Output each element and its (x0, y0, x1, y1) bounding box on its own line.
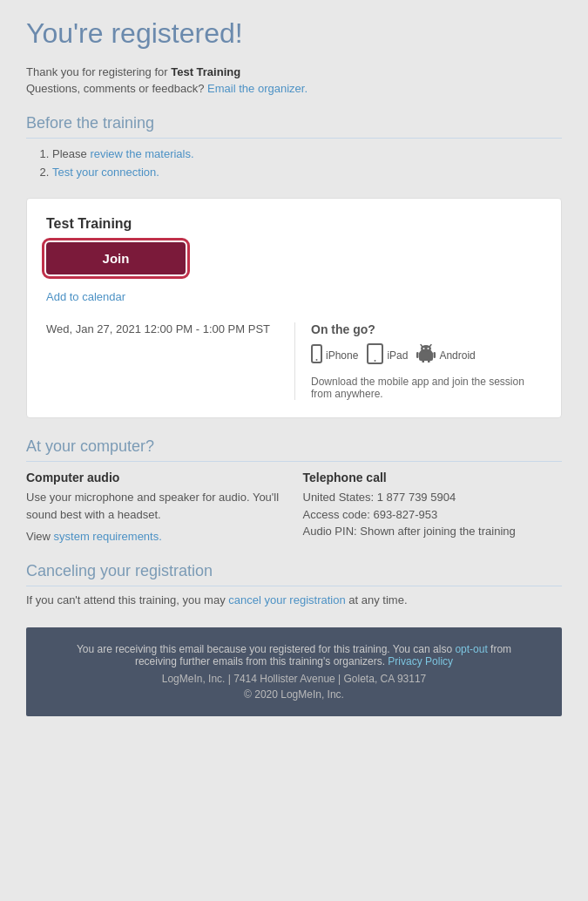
training-card-title: Test Training (46, 216, 542, 232)
iphone-label: iPhone (326, 349, 358, 362)
footer: You are receiving this email because you… (26, 627, 562, 716)
svg-rect-11 (416, 352, 419, 358)
on-the-go-description: Download the mobile app and join the ses… (311, 376, 542, 400)
test-connection-link[interactable]: Test your connection. (52, 166, 159, 179)
android-icon (416, 343, 436, 367)
system-requirements-link[interactable]: system requirements. (54, 530, 162, 543)
cancel-prefix: If you can't attend this training, you m… (26, 593, 228, 606)
page-title: You're registered! (26, 17, 562, 50)
on-the-go-panel: On the go? iPhone (294, 322, 542, 400)
computer-audio-title: Computer audio (26, 471, 286, 484)
review-materials-link[interactable]: review the materials. (90, 147, 193, 160)
telephone-line3: Audio PIN: Shown after joining the train… (303, 523, 563, 540)
svg-point-3 (375, 360, 376, 362)
join-btn-wrapper: Join (46, 242, 542, 274)
computer-audio-text: Use your microphone and speaker for audi… (26, 489, 286, 523)
svg-point-9 (423, 348, 425, 349)
list-item: Please review the materials. (52, 147, 562, 160)
svg-point-8 (421, 345, 431, 352)
intro-line1: Thank you for registering for Test Train… (26, 65, 562, 78)
telephone-line1: United States: 1 877 739 5904 (303, 489, 563, 506)
system-req-prefix: View (26, 530, 54, 543)
training-name: Test Training (171, 65, 240, 78)
before-training-heading: Before the training (26, 114, 562, 139)
android-label: Android (439, 349, 475, 362)
privacy-policy-link[interactable]: Privacy Policy (388, 655, 453, 667)
email-organizer-link[interactable]: Email the organizer. (207, 82, 308, 95)
svg-rect-14 (428, 360, 430, 362)
join-button[interactable]: Join (46, 242, 186, 274)
svg-rect-5 (419, 352, 433, 361)
svg-rect-13 (422, 360, 425, 362)
computer-section-heading: At your computer? (26, 437, 562, 462)
opt-out-link[interactable]: opt-out (455, 643, 487, 655)
training-details-row: Wed, Jan 27, 2021 12:00 PM - 1:00 PM PST… (46, 322, 542, 400)
add-to-calendar-link[interactable]: Add to calendar (46, 290, 125, 303)
footer-line2: receiving further emails from this train… (52, 655, 536, 667)
telephone-col: Telephone call United States: 1 877 739 … (303, 471, 563, 543)
cancel-suffix: at any time. (346, 593, 408, 606)
svg-rect-12 (434, 352, 436, 358)
mobile-icons-row: iPhone iPad (311, 343, 542, 367)
iphone-device: iPhone (311, 344, 358, 366)
cancel-registration-link[interactable]: cancel your registration (228, 593, 345, 606)
intro-line2: Questions, comments or feedback? Email t… (26, 82, 562, 95)
svg-point-1 (316, 359, 318, 361)
training-datetime: Wed, Jan 27, 2021 12:00 PM - 1:00 PM PST (46, 322, 277, 400)
footer-line2-text: receiving further emails from this train… (135, 655, 385, 667)
computer-row: Computer audio Use your microphone and s… (26, 471, 562, 543)
footer-line1: You are receiving this email because you… (52, 643, 536, 655)
computer-audio-col: Computer audio Use your microphone and s… (26, 471, 286, 543)
on-the-go-title: On the go? (311, 322, 542, 336)
android-device: Android (416, 343, 475, 367)
footer-address: LogMeIn, Inc. | 7414 Hollister Avenue | … (52, 673, 536, 685)
telephone-title: Telephone call (303, 471, 563, 484)
footer-copyright: © 2020 LogMeIn, Inc. (52, 688, 536, 701)
list-item-prefix: Please (52, 147, 90, 160)
cancel-heading: Canceling your registration (26, 562, 562, 586)
cancel-section: Canceling your registration If you can't… (26, 562, 562, 606)
page-wrapper: You're registered! Thank you for registe… (0, 0, 588, 734)
cancel-text: If you can't attend this training, you m… (26, 593, 562, 606)
feedback-prefix: Questions, comments or feedback? (26, 82, 207, 95)
footer-prefix: You are receiving this email because you… (77, 643, 455, 655)
system-req-text: View system requirements. (26, 530, 286, 543)
ipad-label: iPad (387, 349, 408, 362)
before-training-list: Please review the materials. Test your c… (52, 147, 562, 179)
ipad-device: iPad (367, 343, 408, 367)
ipad-icon (367, 343, 383, 367)
intro-prefix: Thank you for registering for (26, 65, 171, 78)
list-item: Test your connection. (52, 166, 562, 179)
iphone-icon (311, 344, 322, 366)
computer-section: At your computer? Computer audio Use you… (26, 437, 562, 543)
telephone-line2: Access code: 693-827-953 (303, 506, 563, 524)
footer-line1-suffix: from (488, 643, 511, 655)
training-card: Test Training Join Add to calendar Wed, … (26, 198, 562, 418)
svg-point-10 (428, 348, 429, 349)
